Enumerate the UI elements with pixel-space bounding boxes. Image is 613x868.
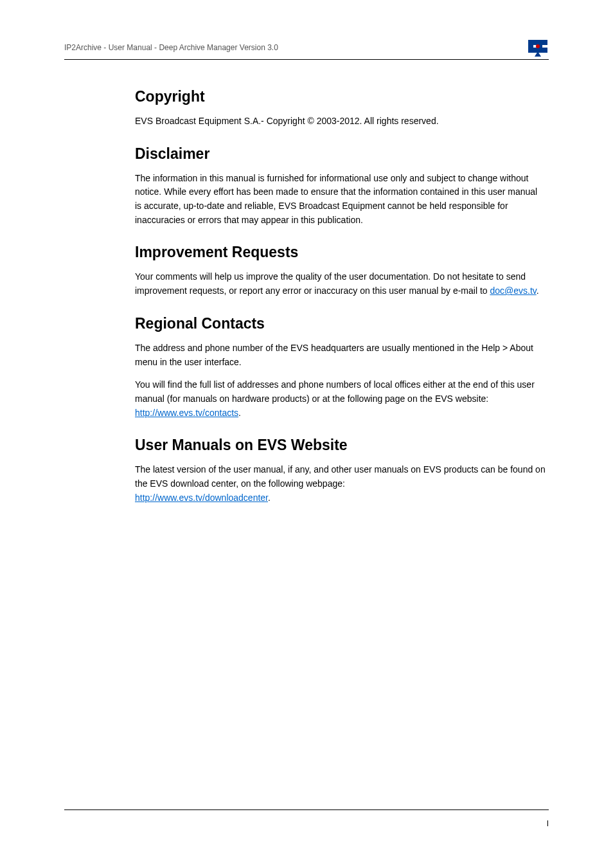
header-divider bbox=[64, 59, 549, 60]
paragraph-manuals: The latest version of the user manual, i… bbox=[135, 463, 546, 505]
text-regional-2-pre: You will find the full list of addresses… bbox=[135, 379, 535, 404]
page-container: IP2Archive - User Manual - Deep Archive … bbox=[0, 0, 613, 868]
evs-logo-icon bbox=[527, 39, 549, 57]
footer-divider bbox=[64, 809, 549, 810]
header-breadcrumb: IP2Archive - User Manual - Deep Archive … bbox=[64, 43, 278, 52]
page-header: IP2Archive - User Manual - Deep Archive … bbox=[64, 39, 549, 57]
link-evs-contacts[interactable]: http://www.evs.tv/contacts bbox=[135, 408, 238, 418]
text-regional-2-post: . bbox=[238, 408, 241, 418]
text-manuals-pre: The latest version of the user manual, i… bbox=[135, 464, 546, 489]
page-number: I bbox=[547, 819, 549, 828]
paragraph-copyright: EVS Broadcast Equipment S.A.- Copyright … bbox=[135, 114, 546, 129]
paragraph-regional-2: You will find the full list of addresses… bbox=[135, 378, 546, 420]
text-manuals-post: . bbox=[268, 493, 271, 503]
heading-user-manuals: User Manuals on EVS Website bbox=[135, 437, 546, 454]
paragraph-regional-1: The address and phone number of the EVS … bbox=[135, 341, 546, 369]
heading-copyright: Copyright bbox=[135, 88, 546, 105]
link-evs-downloadcenter[interactable]: http://www.evs.tv/downloadcenter bbox=[135, 493, 268, 503]
heading-disclaimer: Disclaimer bbox=[135, 145, 546, 163]
paragraph-improvement: Your comments will help us improve the q… bbox=[135, 270, 546, 298]
text-improvement-pre: Your comments will help us improve the q… bbox=[135, 271, 526, 296]
heading-regional-contacts: Regional Contacts bbox=[135, 315, 546, 332]
svg-point-1 bbox=[536, 44, 540, 48]
text-improvement-post: . bbox=[537, 285, 539, 296]
paragraph-disclaimer: The information in this manual is furnis… bbox=[135, 172, 546, 228]
heading-improvement-requests: Improvement Requests bbox=[135, 244, 546, 261]
link-doc-email[interactable]: doc@evs.tv bbox=[490, 285, 536, 296]
content-area: Copyright EVS Broadcast Equipment S.A.- … bbox=[135, 88, 546, 505]
